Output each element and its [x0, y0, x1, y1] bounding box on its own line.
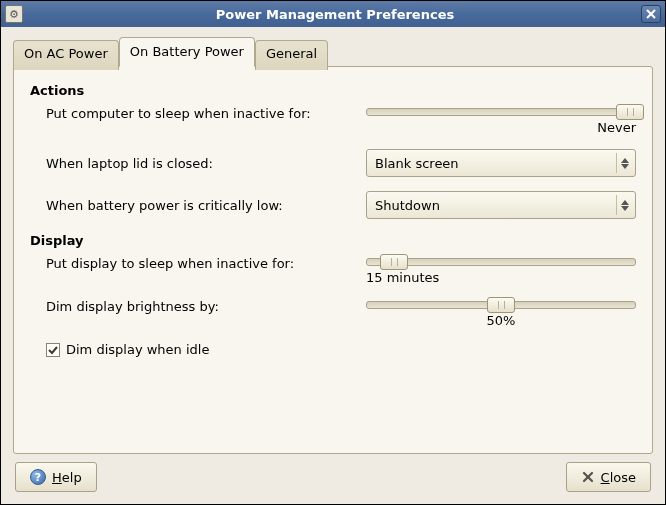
row-battery-low: When battery power is critically low: Sh… — [46, 191, 636, 219]
svg-marker-3 — [621, 164, 629, 169]
slider-dim-brightness-caption: 50% — [366, 313, 636, 328]
content-area: On AC Power On Battery Power General Act… — [1, 27, 665, 504]
section-actions-heading: Actions — [30, 83, 636, 98]
close-button[interactable]: Close — [566, 462, 651, 492]
control-lid-closed: Blank screen — [366, 149, 636, 177]
combo-lid-closed[interactable]: Blank screen — [366, 149, 636, 177]
combo-arrows-icon — [616, 153, 629, 173]
combo-battery-low-value: Shutdown — [375, 198, 440, 213]
svg-marker-5 — [621, 206, 629, 211]
slider-display-sleep-caption: 15 minutes — [366, 270, 636, 285]
svg-marker-2 — [621, 158, 629, 163]
label-computer-sleep: Put computer to sleep when inactive for: — [46, 106, 366, 121]
label-dim-idle: Dim display when idle — [66, 342, 209, 357]
control-battery-low: Shutdown — [366, 191, 636, 219]
close-icon — [646, 9, 656, 19]
tab-battery-power[interactable]: On Battery Power — [119, 37, 255, 67]
row-display-sleep: Put display to sleep when inactive for: … — [46, 256, 636, 285]
svg-marker-4 — [621, 200, 629, 205]
label-display-sleep: Put display to sleep when inactive for: — [46, 256, 366, 271]
titlebar: ⚙ Power Management Preferences — [1, 1, 665, 27]
tabbar: On AC Power On Battery Power General — [13, 37, 653, 67]
help-icon: ? — [30, 469, 46, 485]
slider-thumb[interactable] — [380, 254, 408, 270]
row-dim-brightness: Dim display brightness by: 50% — [46, 299, 636, 328]
combo-lid-closed-value: Blank screen — [375, 156, 459, 171]
slider-display-sleep-wrap: 15 minutes — [366, 256, 636, 285]
label-battery-low: When battery power is critically low: — [46, 198, 366, 213]
combo-battery-low[interactable]: Shutdown — [366, 191, 636, 219]
slider-dim-brightness[interactable] — [366, 301, 636, 309]
window: ⚙ Power Management Preferences On AC Pow… — [0, 0, 666, 505]
combo-arrows-icon — [616, 195, 629, 215]
help-button-label: Help — [52, 470, 82, 485]
slider-computer-sleep[interactable] — [366, 108, 636, 116]
slider-thumb[interactable] — [487, 297, 515, 313]
tab-ac-power[interactable]: On AC Power — [13, 40, 119, 70]
window-title: Power Management Preferences — [29, 7, 641, 22]
close-button-label: Close — [601, 470, 636, 485]
app-icon: ⚙ — [5, 5, 23, 23]
window-close-button[interactable] — [641, 5, 661, 23]
row-lid-closed: When laptop lid is closed: Blank screen — [46, 149, 636, 177]
slider-computer-sleep-caption: Never — [366, 120, 636, 135]
button-bar: ? Help Close — [13, 454, 653, 496]
tabpanel-battery: Actions Put computer to sleep when inact… — [13, 66, 653, 454]
slider-display-sleep[interactable] — [366, 258, 636, 266]
label-dim-brightness: Dim display brightness by: — [46, 299, 366, 314]
checkbox-dim-idle[interactable] — [46, 343, 60, 357]
slider-computer-sleep-wrap: Never — [366, 106, 636, 135]
row-computer-sleep: Put computer to sleep when inactive for:… — [46, 106, 636, 135]
slider-thumb[interactable] — [616, 104, 644, 120]
close-x-icon — [581, 470, 595, 484]
section-display-heading: Display — [30, 233, 636, 248]
slider-dim-brightness-wrap: 50% — [366, 299, 636, 328]
label-lid-closed: When laptop lid is closed: — [46, 156, 366, 171]
tab-general[interactable]: General — [255, 40, 328, 70]
help-button[interactable]: ? Help — [15, 462, 97, 492]
check-icon — [47, 344, 59, 356]
row-dim-idle: Dim display when idle — [46, 342, 636, 357]
